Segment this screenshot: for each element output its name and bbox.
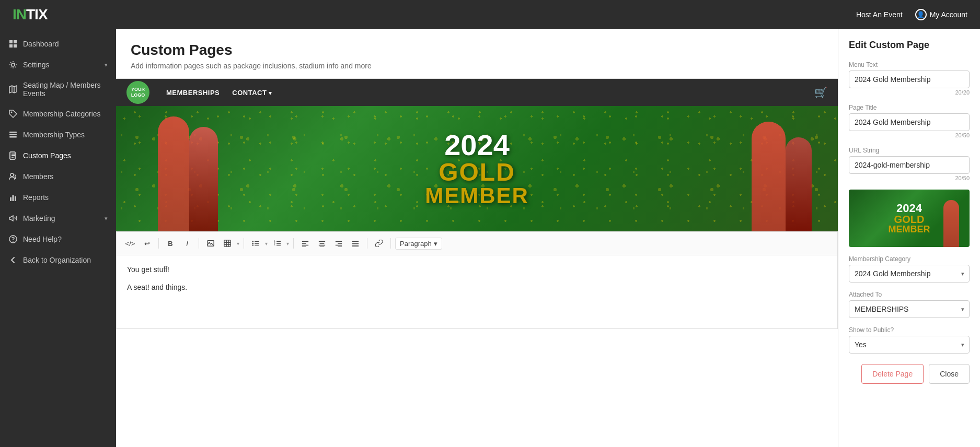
main-content: Custom Pages Add information pages such …: [116, 29, 838, 447]
toolbar-link-btn[interactable]: [372, 236, 386, 251]
map-icon: [8, 85, 18, 94]
page-title: Custom Pages: [131, 42, 823, 58]
svg-point-10: [10, 173, 14, 177]
membership-category-select[interactable]: 2024 Gold Membership Silver Membership B…: [849, 265, 970, 283]
logo[interactable]: INTIX: [13, 6, 48, 23]
toolbar-bullet-list-btn[interactable]: [248, 236, 263, 251]
sidebar-label-membership-categories: Membership Categories: [23, 110, 101, 118]
bar-chart-icon: [8, 193, 18, 202]
preview-nav-links: MEMBERSHIPS CONTACT: [166, 89, 814, 97]
page-header: Custom Pages Add information pages such …: [116, 29, 838, 79]
svg-rect-1: [14, 40, 17, 43]
thumbnail-text: 2024 GOLD MEMBER: [889, 203, 930, 234]
svg-rect-11: [10, 197, 11, 201]
sidebar-item-custom-pages[interactable]: Custom Pages: [0, 145, 116, 166]
attached-to-wrapper: MEMBERSHIPS EVENTS ▾: [849, 300, 970, 318]
svg-point-19: [252, 241, 253, 242]
panel-buttons: Delete Page Close: [849, 364, 970, 384]
athlete-figure-3: [752, 122, 786, 231]
toolbar-separator-3: [244, 238, 244, 249]
editor-toolbar: </> ↩ B I ▾: [117, 232, 837, 255]
sidebar-label-seating-map: Seating Map / Members Events: [23, 81, 108, 98]
toolbar-undo-btn[interactable]: ↩: [140, 236, 154, 251]
toolbar-num-list-btn[interactable]: 1.2.3.: [270, 236, 284, 251]
bullet-dropdown-arrow[interactable]: ▾: [265, 241, 268, 246]
sidebar-item-dashboard[interactable]: Dashboard: [0, 33, 116, 54]
url-string-label: URL String: [849, 147, 970, 154]
sidebar: Dashboard Settings ▾ Seating Map / Membe…: [0, 29, 116, 447]
editor-content[interactable]: You get stuff! A seat! and things.: [117, 255, 837, 328]
menu-text-input[interactable]: [849, 70, 970, 88]
toolbar-image-btn[interactable]: [203, 236, 218, 251]
membership-category-wrapper: 2024 Gold Membership Silver Membership B…: [849, 265, 970, 283]
sidebar-item-membership-types[interactable]: Membership Types: [0, 124, 116, 145]
preview-nav-memberships[interactable]: MEMBERSHIPS: [166, 89, 220, 97]
sidebar-item-membership-categories[interactable]: Membership Categories: [0, 103, 116, 124]
svg-point-15: [13, 241, 14, 242]
users-icon: [8, 172, 18, 181]
megaphone-icon: [8, 214, 18, 223]
chevron-down-icon: ▾: [105, 62, 108, 68]
hero-text: 2024 GOLD MEMBER: [425, 131, 529, 207]
svg-rect-2: [9, 44, 13, 48]
show-to-public-group: Show to Public? Yes No ▾: [849, 326, 970, 354]
sidebar-label-marketing: Marketing: [23, 214, 55, 222]
menu-text-count: 20/20: [849, 89, 970, 96]
num-list-dropdown-arrow[interactable]: ▾: [286, 241, 289, 246]
host-event-link[interactable]: Host An Event: [856, 10, 903, 19]
toolbar-bold-btn[interactable]: B: [163, 236, 178, 251]
sidebar-item-need-help[interactable]: Need Help?: [0, 229, 116, 250]
url-string-input[interactable]: [849, 156, 970, 174]
grid-icon: [8, 39, 18, 49]
sidebar-label-settings: Settings: [23, 61, 50, 69]
preview-nav-contact[interactable]: CONTACT: [232, 89, 272, 97]
sidebar-item-members[interactable]: Members: [0, 166, 116, 187]
my-account-button[interactable]: 👤 My Account: [915, 9, 967, 20]
sidebar-label-reports: Reports: [23, 193, 49, 202]
toolbar-code-btn[interactable]: </>: [123, 236, 137, 251]
sidebar-item-back-to-org[interactable]: Back to Organization: [0, 250, 116, 270]
thumb-gold: GOLD: [889, 214, 930, 225]
svg-text:3.: 3.: [274, 243, 276, 246]
panel-title: Edit Custom Page: [849, 40, 970, 51]
toolbar-separator-6: [390, 238, 391, 249]
toolbar-table-btn[interactable]: [220, 236, 235, 251]
sidebar-label-members: Members: [23, 172, 53, 181]
sidebar-label-need-help: Need Help?: [23, 235, 62, 243]
my-account-label: My Account: [930, 10, 967, 19]
svg-point-4: [11, 63, 15, 66]
sidebar-item-marketing[interactable]: Marketing ▾: [0, 208, 116, 229]
toolbar-italic-btn[interactable]: I: [180, 236, 194, 251]
preview-nav: YOUR LOGO MEMBERSHIPS CONTACT 🛒: [116, 79, 838, 106]
membership-category-group: Membership Category 2024 Gold Membership…: [849, 255, 970, 283]
hero-gold: GOLD: [425, 160, 529, 185]
sidebar-item-seating-map[interactable]: Seating Map / Members Events: [0, 75, 116, 103]
sidebar-item-settings[interactable]: Settings ▾: [0, 54, 116, 75]
svg-rect-0: [9, 40, 13, 43]
attached-to-select[interactable]: MEMBERSHIPS EVENTS: [849, 300, 970, 318]
svg-rect-7: [9, 134, 17, 136]
athlete-figure-4: [786, 137, 812, 231]
sidebar-item-reports[interactable]: Reports: [0, 187, 116, 208]
show-to-public-select[interactable]: Yes No: [849, 336, 970, 354]
hero-year: 2024: [425, 131, 529, 160]
toolbar-paragraph-select[interactable]: Paragraph ▾: [395, 238, 442, 250]
toolbar-align-left-btn[interactable]: [298, 236, 313, 251]
edit-custom-page-panel: Edit Custom Page Menu Text 20/20 Page Ti…: [838, 29, 980, 447]
toolbar-align-right-btn[interactable]: [331, 236, 346, 251]
membership-category-label: Membership Category: [849, 255, 970, 263]
close-button[interactable]: Close: [929, 364, 970, 384]
page-title-input[interactable]: [849, 113, 970, 131]
toolbar-justify-btn[interactable]: [348, 236, 363, 251]
svg-point-21: [252, 244, 253, 246]
svg-rect-18: [224, 240, 230, 246]
tag-icon: [8, 109, 18, 119]
show-to-public-wrapper: Yes No ▾: [849, 336, 970, 354]
sidebar-label-dashboard: Dashboard: [23, 40, 59, 48]
paragraph-label: Paragraph: [400, 240, 432, 248]
help-icon: [8, 234, 18, 244]
delete-page-button[interactable]: Delete Page: [861, 364, 924, 384]
toolbar-align-center-btn[interactable]: [315, 236, 329, 251]
table-dropdown-arrow[interactable]: ▾: [237, 241, 239, 246]
cart-icon[interactable]: 🛒: [814, 86, 827, 99]
